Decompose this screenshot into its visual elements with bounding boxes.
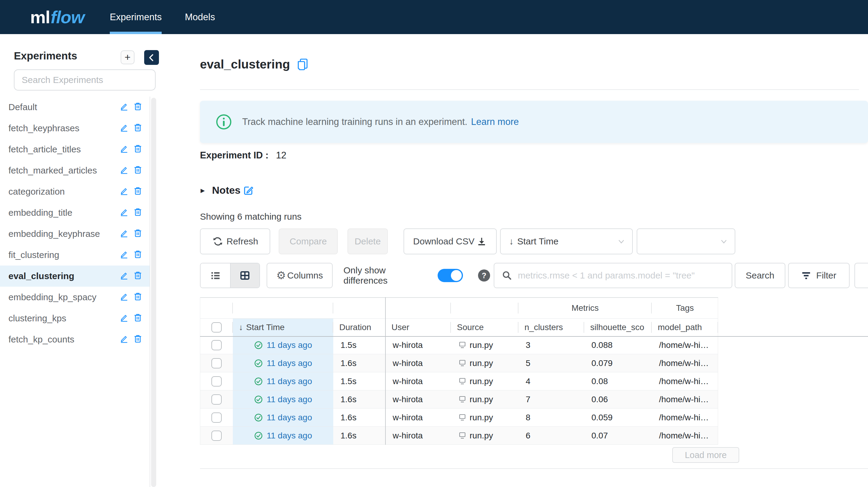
mlflow-app: mlflow Experiments Models Experiments + … — [0, 0, 868, 487]
search-experiments-input[interactable] — [14, 69, 156, 91]
info-banner: Track machine learning training runs in … — [200, 101, 868, 143]
edit-experiment-icon[interactable] — [119, 207, 129, 218]
tab-experiments[interactable]: Experiments — [110, 0, 162, 34]
delete-experiment-icon[interactable] — [133, 165, 143, 176]
add-experiment-button[interactable]: + — [121, 51, 134, 64]
run-link[interactable]: 11 days ago — [267, 413, 312, 422]
row-checkbox[interactable] — [211, 394, 222, 405]
compare-button[interactable]: Compare — [279, 229, 338, 254]
run-link[interactable]: 11 days ago — [267, 395, 312, 404]
sidebar-item-fetch-marked-articles[interactable]: fetch_marked_articles — [0, 160, 150, 181]
edit-experiment-icon[interactable] — [119, 144, 129, 155]
table-group-header: Metrics Tags — [200, 297, 718, 318]
sidebar-item-categorization[interactable]: categorization — [0, 181, 150, 202]
sidebar-item-fetch-kp-counts[interactable]: fetch_kp_counts — [0, 329, 150, 350]
experiment-name: fetch_kp_counts — [8, 334, 115, 344]
caret-right-icon[interactable]: ▸ — [200, 185, 205, 195]
load-more-button[interactable]: Load more — [672, 447, 739, 463]
delete-experiment-icon[interactable] — [133, 229, 143, 239]
download-csv-button[interactable]: Download CSV — [404, 229, 497, 254]
delete-experiment-icon[interactable] — [133, 186, 143, 197]
refresh-button[interactable]: Refresh — [200, 229, 270, 254]
runs-search-box — [494, 263, 732, 288]
experiment-name: eval_clustering — [8, 271, 115, 281]
notes-section[interactable]: ▸ Notes — [200, 184, 254, 196]
run-link[interactable]: 11 days ago — [267, 359, 312, 368]
help-icon[interactable]: ? — [478, 269, 490, 281]
list-view-button[interactable] — [200, 264, 230, 287]
edit-experiment-icon[interactable] — [119, 123, 129, 134]
col-start-time[interactable]: ↓ Start Time — [233, 318, 333, 336]
run-link[interactable]: 11 days ago — [267, 340, 312, 350]
edit-experiment-icon[interactable] — [119, 271, 129, 281]
tab-models[interactable]: Models — [185, 0, 215, 34]
run-row[interactable]: 11 days ago 1.6s w-hirota run.py 6 0.07 … — [200, 427, 718, 445]
edit-experiment-icon[interactable] — [119, 292, 129, 303]
sidebar-item-eval-clustering[interactable]: eval_clustering — [0, 266, 150, 287]
experiment-id-label: Experiment ID : — [200, 150, 269, 160]
row-checkbox[interactable] — [211, 413, 222, 423]
collapse-sidebar-button[interactable] — [144, 50, 159, 65]
edit-notes-icon[interactable] — [243, 184, 254, 196]
table-view-button[interactable] — [230, 264, 260, 287]
delete-experiment-icon[interactable] — [133, 123, 143, 134]
sidebar-item-embedding-title[interactable]: embedding_title — [0, 202, 150, 223]
edit-experiment-icon[interactable] — [119, 249, 129, 261]
delete-experiment-icon[interactable] — [133, 313, 143, 324]
run-row[interactable]: 11 days ago 1.5s w-hirota run.py 4 0.08 … — [200, 372, 718, 391]
experiments-list: Default fetch_keyphrases fetch_article_t… — [0, 96, 150, 350]
runs-search-input[interactable] — [518, 270, 732, 281]
copy-icon[interactable] — [296, 58, 309, 71]
edit-experiment-icon[interactable] — [119, 186, 129, 197]
row-checkbox[interactable] — [211, 340, 222, 350]
delete-experiment-icon[interactable] — [133, 102, 143, 113]
row-checkbox[interactable] — [211, 431, 222, 441]
row-checkbox[interactable] — [211, 358, 222, 368]
edit-experiment-icon[interactable] — [119, 313, 129, 324]
edit-experiment-icon[interactable] — [119, 334, 129, 345]
sidebar-item-fetch-article-titles[interactable]: fetch_article_titles — [0, 139, 150, 160]
sidebar-item-fetch-keyphrases[interactable]: fetch_keyphrases — [0, 118, 150, 139]
experiment-name: fit_clustering — [8, 250, 115, 260]
columns-button[interactable]: ⚙ Columns — [267, 263, 333, 288]
filter-button[interactable]: Filter — [788, 263, 849, 288]
run-row[interactable]: 11 days ago 1.6s w-hirota run.py 8 0.059… — [200, 408, 718, 427]
delete-experiment-icon[interactable] — [133, 271, 143, 281]
delete-experiment-icon[interactable] — [133, 334, 143, 345]
diff-toggle[interactable] — [438, 269, 463, 282]
select-all-checkbox[interactable] — [211, 322, 222, 333]
delete-button[interactable]: Delete — [347, 229, 388, 254]
edit-experiment-icon[interactable] — [119, 102, 129, 113]
col-source[interactable]: Source — [451, 318, 519, 336]
sidebar-item-fit-clustering[interactable]: fit_clustering — [0, 244, 150, 266]
delete-experiment-icon[interactable] — [133, 207, 143, 218]
sidebar-item-embedding-kp-spacy[interactable]: embedding_kp_spacy — [0, 287, 150, 308]
row-checkbox[interactable] — [211, 376, 222, 387]
run-link[interactable]: 11 days ago — [267, 376, 312, 386]
delete-experiment-icon[interactable] — [133, 249, 143, 261]
search-button[interactable]: Search — [735, 263, 785, 288]
run-row[interactable]: 11 days ago 1.6s w-hirota run.py 7 0.06 … — [200, 391, 718, 408]
edit-experiment-icon[interactable] — [119, 165, 129, 176]
col-n-clusters[interactable]: n_clusters — [519, 318, 584, 336]
mlflow-logo[interactable]: mlflow — [30, 0, 85, 34]
learn-more-link[interactable]: Learn more — [471, 117, 519, 127]
sort-dropdown[interactable]: ↓ Start Time — [500, 229, 633, 254]
col-model-path[interactable]: model_path — [652, 318, 718, 336]
run-row[interactable]: 11 days ago 1.5s w-hirota run.py 3 0.088… — [200, 336, 718, 354]
page-title: eval_clustering — [200, 57, 290, 71]
cutoff-button[interactable] — [855, 263, 868, 288]
sidebar-item-clustering-kps[interactable]: clustering_kps — [0, 308, 150, 329]
col-silhouette-score[interactable]: silhouette_sco — [584, 318, 652, 336]
delete-experiment-icon[interactable] — [133, 292, 143, 303]
run-link[interactable]: 11 days ago — [267, 431, 312, 440]
sidebar-item-default[interactable]: Default — [0, 96, 150, 118]
col-duration[interactable]: Duration — [333, 318, 385, 336]
secondary-dropdown[interactable] — [637, 229, 735, 254]
sidebar-scrollbar[interactable] — [151, 98, 156, 487]
col-user[interactable]: User — [385, 318, 451, 336]
edit-experiment-icon[interactable] — [119, 229, 129, 239]
run-row[interactable]: 11 days ago 1.6s w-hirota run.py 5 0.079… — [200, 354, 718, 372]
delete-experiment-icon[interactable] — [133, 144, 143, 155]
sidebar-item-embedding-keyphrase[interactable]: embedding_keyphrase — [0, 223, 150, 244]
